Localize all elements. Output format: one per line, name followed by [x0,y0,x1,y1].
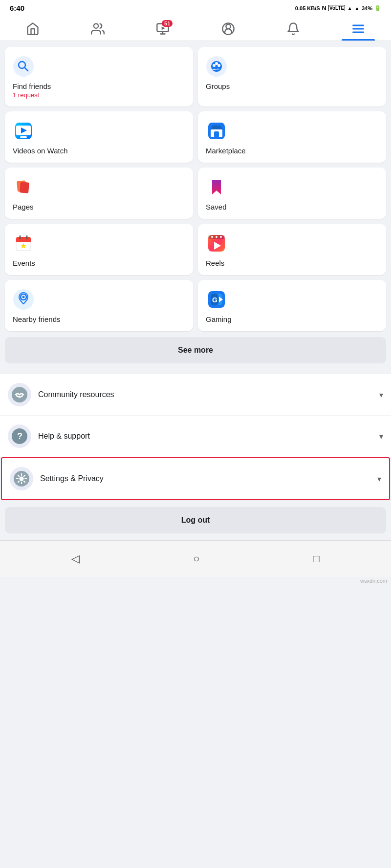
logout-button[interactable]: Log out [5,507,386,533]
events-label: Events [13,259,185,267]
menu-card-find-friends[interactable]: Find friends 1 request [5,47,193,106]
nav-bar: 51 [0,15,391,41]
menu-card-marketplace[interactable]: Marketplace [198,111,386,163]
nav-menu[interactable] [342,18,375,40]
main-content: Find friends 1 request Groups [0,41,391,369]
svg-point-35 [211,236,213,238]
nearby-friends-icon [13,289,34,310]
community-resources-label: Community resources [38,390,114,399]
friends-icon [91,22,105,36]
svg-line-55 [18,475,19,476]
svg-line-57 [24,475,25,476]
bottom-nav: ◁ ○ □ [0,540,391,577]
nav-friends[interactable] [81,18,114,40]
marketplace-icon [206,120,227,142]
svg-point-10 [13,56,34,77]
wifi-icon: ▲ [347,5,352,11]
watch-label: Videos on Watch [13,147,185,155]
pages-label: Pages [13,203,185,211]
menu-card-groups[interactable]: Groups [198,47,386,106]
svg-point-0 [94,24,98,28]
nav-notifications[interactable] [277,18,310,40]
menu-grid: Find friends 1 request Groups [5,47,386,331]
section-list: Community resources ▾ ? Help & support ▾ [0,374,391,500]
section-settings-privacy[interactable]: Settings & Privacy ▾ [1,457,390,500]
community-resources-icon [8,383,31,406]
settings-privacy-icon [10,467,33,490]
svg-marker-4 [162,26,165,30]
menu-card-pages[interactable]: Pages [5,168,193,219]
svg-point-50 [20,477,24,481]
nav-profile[interactable] [212,18,245,40]
menu-card-events[interactable]: Events [5,224,193,275]
home-button[interactable]: ○ [183,550,209,568]
bell-icon [286,22,300,36]
svg-point-17 [215,62,218,65]
see-more-button[interactable]: See more [5,337,386,363]
menu-card-watch[interactable]: Videos on Watch [5,111,193,163]
svg-rect-29 [16,240,31,242]
svg-point-16 [217,64,220,67]
status-time: 6:40 [10,4,24,12]
svg-point-36 [216,236,217,238]
section-item-left: ? Help & support [8,424,90,448]
events-icon [13,233,34,254]
svg-text:?: ? [17,431,22,441]
status-icons: 0.05 KB/S N VoLTE ▲ ▲ 34% 🔋 [295,4,381,12]
svg-text:G: G [212,296,217,304]
svg-point-41 [22,296,25,298]
back-button[interactable]: ◁ [62,550,89,568]
videos-watch-icon [13,120,34,142]
nearby-friends-label: Nearby friends [13,315,185,323]
help-support-icon: ? [8,424,31,448]
section-help-support[interactable]: ? Help & support ▾ [0,416,391,457]
battery-icon: 🔋 [374,5,381,11]
volte-icon: VoLTE [328,5,345,11]
saved-icon [206,176,227,198]
svg-point-5 [226,24,230,29]
find-friends-label: Find friends [13,82,185,90]
battery-percent: 34% [362,5,372,11]
svg-rect-21 [20,136,27,138]
menu-card-nearby-friends[interactable]: Nearby friends [5,280,193,331]
chevron-down-icon: ▾ [379,390,383,400]
nfc-icon: N [322,4,326,12]
find-friends-sub: 1 request [13,91,185,99]
svg-rect-26 [20,182,29,193]
network-speed: 0.05 KB/S [295,5,320,11]
watch-badge: 51 [162,20,173,27]
home-icon [26,22,40,36]
nav-watch[interactable]: 51 [146,18,179,40]
signal-icon: ▲ [354,5,360,11]
saved-label: Saved [206,203,378,211]
section-item-left: Settings & Privacy [10,467,104,490]
gaming-icon: G [206,289,227,310]
section-item-left: Community resources [8,383,114,406]
profile-icon [221,22,235,36]
status-bar: 6:40 0.05 KB/S N VoLTE ▲ ▲ 34% 🔋 [0,0,391,15]
menu-icon [351,22,365,36]
settings-privacy-label: Settings & Privacy [40,474,104,483]
marketplace-label: Marketplace [206,147,378,155]
nav-home[interactable] [16,18,49,40]
recents-button[interactable]: □ [304,550,329,568]
watermark: wsxdn.com [0,577,391,585]
chevron-down-icon: ▾ [379,432,383,441]
help-support-label: Help & support [38,432,90,441]
section-community-resources[interactable]: Community resources ▾ [0,374,391,416]
svg-line-58 [18,481,19,482]
groups-label: Groups [206,82,378,90]
svg-rect-24 [214,131,219,137]
reels-label: Reels [206,259,378,267]
find-friends-icon [13,56,34,77]
pages-icon [13,176,34,198]
menu-card-gaming[interactable]: G Gaming [198,280,386,331]
menu-card-reels[interactable]: Reels [198,224,386,275]
svg-line-56 [24,481,25,482]
groups-icon [206,56,227,77]
chevron-down-icon: ▾ [377,474,381,484]
menu-card-saved[interactable]: Saved [198,168,386,219]
svg-point-15 [213,64,216,67]
reels-icon [206,233,227,254]
gaming-label: Gaming [206,315,378,323]
